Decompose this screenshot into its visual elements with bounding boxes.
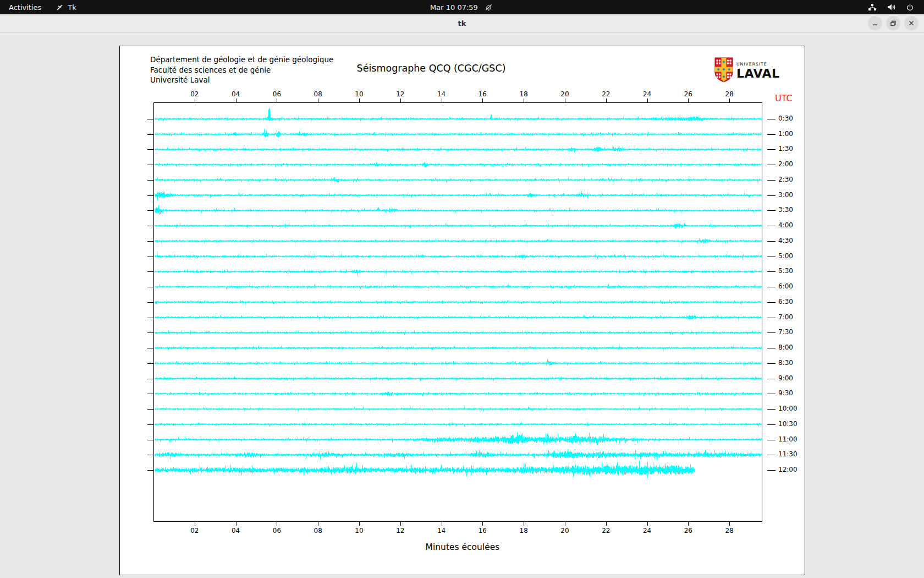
row-tick-left xyxy=(147,287,153,287)
row-tick-left xyxy=(147,470,153,471)
laval-wordmark: UNIVERSITÉ LAVAL xyxy=(736,62,780,80)
clock-menu[interactable]: Mar 10 07:59 xyxy=(430,3,493,12)
row-tick-left xyxy=(147,210,153,211)
x-axis-tick-label-top: 04 xyxy=(227,90,245,98)
org-line-2: Faculté des sciences et de génie xyxy=(150,65,333,75)
x-axis-tick-label-top: 24 xyxy=(638,90,657,98)
x-axis-tick-label-top: 12 xyxy=(391,90,410,98)
utc-row-label: 1:30 xyxy=(778,145,793,152)
x-axis-tick-bottom xyxy=(482,522,483,526)
x-axis-tick-top xyxy=(565,99,565,102)
utc-row-label: 5:00 xyxy=(778,252,793,260)
x-axis-tick-label-bottom: 18 xyxy=(514,527,533,535)
row-tick-left xyxy=(147,455,153,455)
utc-row-label: 6:30 xyxy=(778,298,793,306)
row-tick-right xyxy=(767,332,776,333)
utc-row-label: 9:00 xyxy=(778,374,793,382)
maximize-button[interactable] xyxy=(886,16,900,30)
x-axis-tick-label-top: 22 xyxy=(597,90,615,98)
utc-row-label: 12:00 xyxy=(778,466,798,473)
x-axis-tick-label-top: 14 xyxy=(432,90,451,98)
row-tick-left xyxy=(147,226,153,226)
seismogram-traces xyxy=(153,102,762,522)
row-tick-right xyxy=(767,348,776,348)
app-background: Département de géologie et de génie géol… xyxy=(0,32,924,578)
row-tick-left xyxy=(147,165,153,165)
utc-row-label: 11:00 xyxy=(778,435,798,443)
row-tick-right xyxy=(767,165,776,165)
org-line-3: Université Laval xyxy=(150,75,333,85)
row-tick-left xyxy=(147,332,153,333)
x-axis-tick-label-top: 02 xyxy=(185,90,204,98)
tk-app-icon xyxy=(56,3,64,12)
minimize-button[interactable] xyxy=(868,16,882,30)
x-axis-tick-label-bottom: 04 xyxy=(227,527,245,535)
x-axis-tick-top xyxy=(195,99,195,102)
x-axis-tick-label-bottom: 10 xyxy=(350,527,369,535)
row-tick-right xyxy=(767,257,776,257)
row-tick-right xyxy=(767,379,776,379)
x-axis-tick-label-top: 06 xyxy=(267,90,286,98)
row-tick-left xyxy=(147,149,153,150)
utc-row-label: 3:00 xyxy=(778,191,793,199)
x-axis-tick-label-bottom: 08 xyxy=(309,527,327,535)
x-axis-tick-top xyxy=(606,99,607,102)
row-tick-right xyxy=(767,241,776,242)
x-axis-tick-label-top: 20 xyxy=(556,90,574,98)
utc-row-label: 7:00 xyxy=(778,313,793,321)
x-axis-tick-label-bottom: 14 xyxy=(432,527,451,535)
app-menu[interactable]: Tk xyxy=(56,3,76,12)
laval-wordmark-top: UNIVERSITÉ xyxy=(736,62,780,67)
x-axis-tick-top xyxy=(729,99,730,102)
system-tray[interactable] xyxy=(493,3,924,12)
row-tick-right xyxy=(767,409,776,410)
x-axis-tick-bottom xyxy=(729,522,730,526)
row-tick-right xyxy=(767,394,776,394)
x-axis-tick-label-top: 16 xyxy=(473,90,492,98)
row-tick-left xyxy=(147,440,153,440)
chart-title: Séismographe QCQ (CGC/GSC) xyxy=(357,63,506,74)
row-tick-left xyxy=(147,318,153,318)
x-axis-tick-bottom xyxy=(688,522,689,526)
utc-row-label: 5:30 xyxy=(778,267,793,275)
x-axis-tick-label-bottom: 06 xyxy=(267,527,286,535)
x-axis-tick-bottom xyxy=(565,522,565,526)
row-tick-left xyxy=(147,379,153,379)
utc-label: UTC xyxy=(775,93,793,103)
row-tick-right xyxy=(767,363,776,364)
x-axis-tick-top xyxy=(236,99,237,102)
row-tick-right xyxy=(767,195,776,196)
x-axis-tick-top xyxy=(442,99,442,102)
row-tick-left xyxy=(147,271,153,272)
utc-row-label: 9:30 xyxy=(778,389,793,397)
row-tick-left xyxy=(147,119,153,119)
x-axis-tick-label-bottom: 02 xyxy=(185,527,204,535)
x-axis-tick-label-bottom: 20 xyxy=(556,527,574,535)
close-button[interactable] xyxy=(904,16,919,30)
x-axis-tick-bottom xyxy=(442,522,442,526)
row-tick-right xyxy=(767,271,776,272)
row-tick-right xyxy=(767,210,776,211)
utc-row-label: 8:00 xyxy=(778,343,793,351)
row-tick-left xyxy=(147,394,153,394)
utc-row-label: 1:00 xyxy=(778,130,793,138)
x-axis-tick-bottom xyxy=(318,522,318,526)
row-tick-left xyxy=(147,424,153,425)
row-tick-right xyxy=(767,455,776,455)
row-tick-right xyxy=(767,134,776,135)
row-tick-left xyxy=(147,302,153,303)
row-tick-right xyxy=(767,119,776,119)
x-axis-tick-bottom xyxy=(359,522,360,526)
row-tick-left xyxy=(147,409,153,410)
row-tick-left xyxy=(147,195,153,196)
top-bar: Activities Tk Mar 10 07:59 xyxy=(0,0,924,14)
utc-row-label: 2:30 xyxy=(778,176,793,183)
x-axis-tick-label-top: 10 xyxy=(350,90,369,98)
activities-button[interactable]: Activities xyxy=(9,3,41,12)
x-axis-tick-label-top: 18 xyxy=(514,90,533,98)
row-tick-left xyxy=(147,241,153,242)
utc-row-label: 6:00 xyxy=(778,282,793,290)
screen: { "topbar": { "activities_label": "Activ… xyxy=(0,0,924,578)
window-titlebar[interactable]: tk xyxy=(0,14,924,32)
x-axis-tick-top xyxy=(318,99,318,102)
